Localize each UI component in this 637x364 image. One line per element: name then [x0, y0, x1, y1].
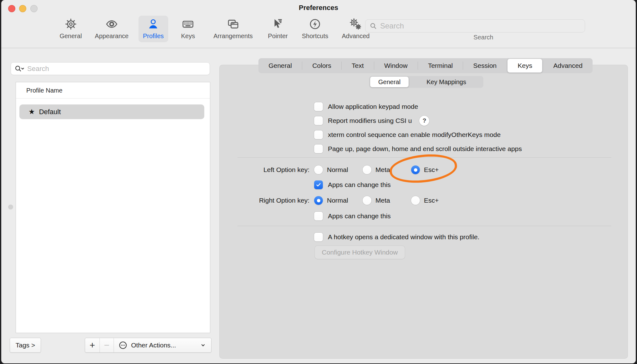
radio-unselected[interactable] — [363, 165, 371, 174]
checkbox-row-right-apps-can-change[interactable]: Apps can change this — [314, 212, 391, 220]
radio-label: Esc+ — [424, 197, 439, 204]
keyboard-icon — [182, 18, 194, 30]
other-actions-label: Other Actions... — [131, 341, 176, 349]
profile-name: Default — [39, 108, 61, 116]
checkbox-label: Page up, page down, home and end scroll … — [328, 145, 522, 153]
person-icon — [147, 18, 160, 30]
checkbox-checked[interactable] — [314, 180, 323, 189]
checkbox-unchecked[interactable] — [314, 116, 323, 125]
checkbox-row-keypad-mode[interactable]: Allow application keypad mode — [314, 102, 418, 111]
configure-hotkey-window-button: Configure Hotkey Window — [315, 246, 405, 259]
search-scope-icon — [14, 65, 25, 73]
star-icon: ★ — [28, 108, 35, 115]
toolbar-label: Shortcuts — [302, 33, 328, 40]
radio-selected[interactable] — [314, 196, 323, 205]
radio-left-meta[interactable]: Meta — [363, 165, 390, 174]
radio-left-normal[interactable]: Normal — [314, 165, 348, 174]
profile-list-header: Profile Name — [16, 82, 210, 99]
windows-icon — [227, 18, 239, 30]
toolbar-item-pointer[interactable]: Pointer — [263, 16, 292, 42]
profile-search-input[interactable] — [27, 65, 206, 73]
checkbox-row-hotkey-window[interactable]: A hotkey opens a dedicated window with t… — [314, 233, 479, 241]
keys-general-content: Allow application keypad mode Report mod… — [219, 65, 628, 359]
profile-list: Profile Name ★ Default — [16, 82, 210, 333]
preferences-window: Preferences General Appearance — [1, 0, 636, 363]
radio-right-normal[interactable]: Normal — [314, 196, 348, 205]
checkmark-icon — [315, 182, 322, 188]
help-button[interactable]: ? — [419, 116, 429, 126]
checkbox-label: Apps can change this — [328, 212, 391, 220]
checkbox-label: Allow application keypad mode — [328, 103, 418, 110]
toolbar-item-profiles[interactable]: Profiles — [139, 16, 168, 42]
plus-icon: + — [89, 340, 95, 351]
toolbar-item-appearance[interactable]: Appearance — [90, 16, 133, 42]
tags-button[interactable]: Tags > — [10, 338, 41, 353]
toolbar-label: Advanced — [342, 33, 370, 40]
radio-left-esc[interactable]: Esc+ — [411, 165, 439, 174]
checkbox-row-modify-other-keys[interactable]: xterm control sequence can enable modify… — [314, 130, 501, 139]
radio-unselected[interactable] — [314, 165, 323, 174]
window-title: Preferences — [1, 4, 636, 12]
checkbox-row-page-scroll[interactable]: Page up, page down, home and end scroll … — [314, 144, 522, 153]
separator — [237, 157, 611, 158]
checkbox-label: xterm control sequence can enable modify… — [328, 131, 501, 139]
toolbar-label: Arrangements — [213, 33, 253, 40]
add-profile-button[interactable]: + — [85, 338, 99, 352]
checkbox-unchecked[interactable] — [314, 144, 323, 153]
toolbar-search-label: Search — [473, 34, 493, 41]
radio-right-esc[interactable]: Esc+ — [411, 196, 439, 205]
configure-hotkey-window-label: Configure Hotkey Window — [322, 249, 398, 256]
toolbar-item-keys[interactable]: Keys — [177, 16, 199, 42]
radio-right-meta[interactable]: Meta — [363, 196, 390, 205]
checkbox-unchecked[interactable] — [314, 233, 323, 241]
radio-unselected[interactable] — [411, 196, 420, 205]
toolbar-label: Profiles — [143, 33, 164, 40]
right-option-key-label: Right Option key: — [219, 196, 309, 205]
profile-settings-panel: General Colors Text Window Terminal Sess… — [219, 65, 628, 359]
profile-search-field[interactable] — [11, 62, 210, 75]
bolt-circle-icon — [309, 18, 321, 30]
radio-label: Normal — [327, 166, 348, 174]
radio-label: Meta — [375, 166, 390, 174]
profile-row-default[interactable]: ★ Default — [19, 104, 204, 119]
left-option-key-label: Left Option key: — [219, 165, 309, 174]
tags-button-label: Tags > — [16, 341, 35, 349]
other-actions-dropdown[interactable]: Other Actions... — [114, 338, 211, 352]
toolbar-search-field[interactable] — [365, 19, 585, 33]
splitter-dot — [8, 205, 13, 210]
left-option-key-row: Left Option key: Normal Meta Esc+ — [219, 165, 628, 174]
toolbar-item-shortcuts[interactable]: Shortcuts — [298, 16, 333, 42]
toolbar-label: General — [59, 33, 82, 40]
checkbox-label: Apps can change this — [328, 181, 391, 189]
toolbar-label: Pointer — [268, 33, 288, 40]
titlebar: Preferences General Appearance — [1, 0, 636, 48]
toolbar-label: Appearance — [95, 33, 129, 40]
separator — [237, 226, 611, 226]
toolbar-label: Keys — [181, 33, 195, 40]
toolbar-search-input[interactable] — [380, 22, 581, 30]
radio-label: Normal — [327, 197, 348, 204]
checkbox-label: A hotkey opens a dedicated window with t… — [328, 233, 479, 241]
radio-unselected[interactable] — [363, 196, 371, 205]
search-icon — [369, 22, 377, 30]
checkbox-unchecked[interactable] — [314, 212, 323, 220]
checkbox-row-csi-u[interactable]: Report modifiers using CSI u ? — [314, 116, 429, 125]
chevron-down-icon — [199, 341, 207, 349]
radio-label: Meta — [375, 197, 390, 204]
profile-actions-group: + − Other Actions... — [85, 338, 211, 353]
toolbar-item-general[interactable]: General — [55, 16, 86, 42]
checkbox-unchecked[interactable] — [314, 102, 323, 111]
radio-selected[interactable] — [411, 165, 420, 174]
toolbar-item-arrangements[interactable]: Arrangements — [209, 16, 257, 42]
radio-label: Esc+ — [424, 166, 439, 174]
checkbox-unchecked[interactable] — [314, 130, 323, 139]
remove-profile-button: − — [99, 338, 114, 352]
gear-icon — [64, 18, 77, 30]
right-option-key-row: Right Option key: Normal Meta Esc+ — [219, 196, 628, 205]
ellipsis-circle-icon — [118, 341, 128, 350]
minus-icon: − — [104, 340, 110, 351]
checkbox-row-left-apps-can-change[interactable]: Apps can change this — [314, 180, 391, 189]
eye-icon — [105, 18, 118, 30]
cursor-icon — [272, 18, 284, 30]
gears-icon — [349, 18, 362, 30]
